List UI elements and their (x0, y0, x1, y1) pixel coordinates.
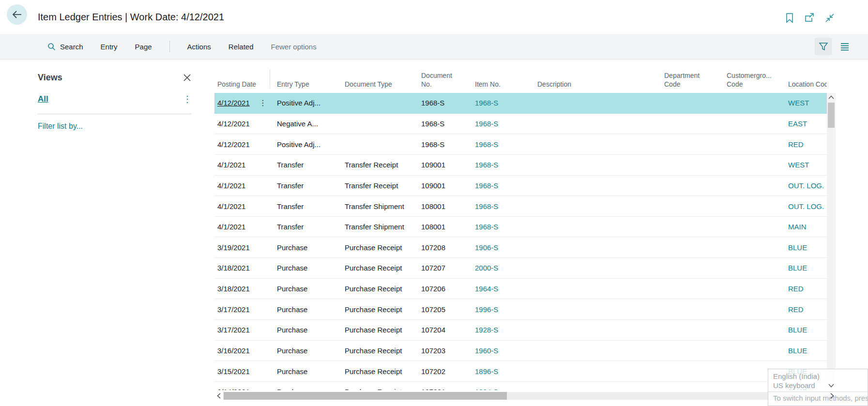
location-code-link[interactable]: BLUE (782, 243, 827, 252)
table-row[interactable]: 3/19/2021PurchasePurchase Receipt1072081… (214, 237, 827, 258)
fewer-options-button[interactable]: Fewer options (271, 43, 317, 51)
collapse-layout-icon[interactable] (823, 12, 836, 24)
cell-row-menu[interactable]: ⋮ (256, 98, 270, 107)
item-no-link[interactable]: 1968-S (469, 99, 532, 107)
table-row[interactable]: 4/12/2021Negative A...1968-S1968-SEAST (214, 114, 827, 135)
open-in-new-window-icon[interactable] (803, 12, 816, 24)
item-no-link[interactable]: 1906-S (469, 243, 532, 252)
vertical-scrollbar[interactable] (827, 93, 836, 390)
location-code-link[interactable]: MAIN (782, 223, 827, 231)
item-no-link[interactable]: 1968-S (469, 181, 532, 190)
item-no-link[interactable]: 1960-S (469, 346, 532, 355)
cell-posting-date[interactable]: 4/1/2021 (214, 181, 256, 190)
column-header-department-code[interactable]: DepartmentCode (658, 71, 721, 89)
menu-actions[interactable]: Actions (187, 43, 211, 51)
table-header-row: Posting DateEntry TypeDocument TypeDocum… (214, 60, 827, 93)
table-row[interactable]: 3/14/2021PurchasePurchase Receipt1072011… (214, 382, 827, 390)
vertical-scrollbar-thumb[interactable] (828, 103, 835, 128)
table-row[interactable]: 4/1/2021TransferTransfer Receipt10900119… (214, 155, 827, 176)
cell-posting-date[interactable]: 3/17/2021 (214, 326, 256, 334)
scroll-left-icon[interactable] (215, 392, 223, 400)
close-views-icon[interactable] (182, 73, 192, 83)
cell-posting-date[interactable]: 4/1/2021 (214, 161, 256, 169)
cell-document-type: Transfer Receipt (339, 181, 415, 190)
column-header-entry-type[interactable]: Entry Type (270, 80, 339, 89)
scroll-right-icon[interactable] (828, 392, 836, 400)
item-no-link[interactable]: 1928-S (469, 326, 532, 334)
menu-page[interactable]: Page (135, 43, 152, 51)
location-code-link[interactable]: BLUE (782, 346, 827, 355)
table-row[interactable]: 3/18/2021PurchasePurchase Receipt1072061… (214, 279, 827, 300)
cell-posting-date[interactable]: 3/15/2021 (214, 367, 256, 376)
location-code-link[interactable]: OUT. LOG. (782, 202, 827, 211)
table-row[interactable]: 3/15/2021PurchasePurchase Receipt1072021… (214, 361, 827, 382)
cell-posting-date[interactable]: 3/18/2021 (214, 285, 256, 293)
item-no-link[interactable]: 1968-S (469, 120, 532, 128)
search-icon (47, 43, 56, 51)
column-header-document-type[interactable]: Document Type (339, 80, 415, 89)
cell-posting-date[interactable]: 4/12/2021 (214, 99, 256, 107)
location-code-link[interactable]: BLUE (782, 326, 827, 334)
cell-posting-date[interactable]: 3/17/2021 (214, 305, 256, 314)
ime-divider (768, 391, 868, 392)
table-row[interactable]: 3/17/2021PurchasePurchase Receipt1072041… (214, 320, 827, 341)
filter-list-by-link[interactable]: Filter list by... (38, 122, 192, 131)
menu-related[interactable]: Related (228, 43, 254, 51)
location-code-link[interactable]: BLUE (782, 264, 827, 272)
location-code-link[interactable]: OUT. LOG. (782, 181, 827, 190)
item-no-link[interactable]: 1968-S (469, 223, 532, 231)
item-no-link[interactable]: 1968-S (469, 202, 532, 211)
cell-posting-date[interactable]: 4/1/2021 (214, 202, 256, 211)
table-row[interactable]: 4/1/2021TransferTransfer Shipment1080011… (214, 196, 827, 217)
cell-posting-date[interactable]: 3/19/2021 (214, 243, 256, 252)
column-header-document-no[interactable]: DocumentNo. (415, 71, 469, 89)
table-row[interactable]: 4/1/2021TransferTransfer Receipt10900119… (214, 176, 827, 196)
item-no-link[interactable]: 2000-S (469, 264, 532, 272)
location-code-link[interactable]: WEST (782, 99, 827, 107)
view-item-menu-icon[interactable]: ⋮ (183, 96, 192, 103)
cell-posting-date[interactable]: 4/12/2021 (214, 140, 256, 149)
item-no-link[interactable]: 1996-S (469, 305, 532, 314)
table-row[interactable]: 3/18/2021PurchasePurchase Receipt1072072… (214, 258, 827, 279)
cell-posting-date[interactable]: 4/1/2021 (214, 223, 256, 231)
horizontal-scrollbar[interactable] (214, 390, 837, 402)
cell-posting-date[interactable]: 3/16/2021 (214, 346, 256, 355)
table-row[interactable]: 4/12/2021⋮Positive Adj...1968-S1968-SWES… (214, 93, 827, 114)
filter-pane-button[interactable] (815, 38, 832, 55)
cell-document-no: 109001 (415, 161, 469, 169)
table-row[interactable]: 4/1/2021TransferTransfer Shipment1080011… (214, 217, 827, 238)
scroll-up-icon[interactable] (827, 94, 836, 101)
item-no-link[interactable]: 1896-S (469, 367, 532, 376)
item-no-link[interactable]: 1968-S (469, 140, 532, 149)
search-button[interactable]: Search (47, 43, 83, 51)
menu-entry[interactable]: Entry (101, 43, 118, 51)
location-code-link[interactable]: WEST (782, 161, 827, 169)
bookmark-icon[interactable] (783, 12, 796, 24)
column-header-item-no[interactable]: Item No. (469, 80, 532, 89)
filter-icon (819, 42, 828, 51)
ime-switch-hint: To switch input methods, press (773, 393, 868, 403)
location-code-link[interactable]: RED (782, 140, 827, 149)
location-code-link[interactable]: EAST (782, 120, 827, 128)
location-code-link[interactable]: RED (782, 285, 827, 293)
horizontal-scrollbar-thumb[interactable] (224, 392, 507, 400)
item-no-link[interactable]: 1964-S (469, 285, 532, 293)
row-context-menu-icon[interactable]: ⋮ (259, 99, 267, 107)
cell-posting-date[interactable]: 4/12/2021 (214, 120, 256, 128)
view-item-all[interactable]: All ⋮ (38, 94, 192, 104)
column-header-customergroup-code[interactable]: Customergro...Code (721, 71, 782, 89)
list-view-button[interactable] (836, 38, 853, 55)
column-header-location-code[interactable]: Location Code (782, 80, 827, 89)
views-divider (38, 114, 192, 114)
cell-posting-date[interactable]: 3/18/2021 (214, 264, 256, 272)
item-no-link[interactable]: 1968-S (469, 161, 532, 169)
ime-language-label: English (India) (773, 372, 868, 381)
column-header-posting-date[interactable]: Posting Date (214, 80, 256, 89)
table-row[interactable]: 3/17/2021PurchasePurchase Receipt1072051… (214, 299, 827, 320)
column-header-description[interactable]: Description (532, 80, 658, 89)
table-row[interactable]: 3/16/2021PurchasePurchase Receipt1072031… (214, 341, 827, 361)
back-button[interactable] (7, 4, 27, 25)
location-code-link[interactable]: RED (782, 305, 827, 314)
table-row[interactable]: 4/12/2021Positive Adj...1968-S1968-SRED (214, 134, 827, 155)
scroll-down-icon[interactable] (827, 382, 836, 389)
